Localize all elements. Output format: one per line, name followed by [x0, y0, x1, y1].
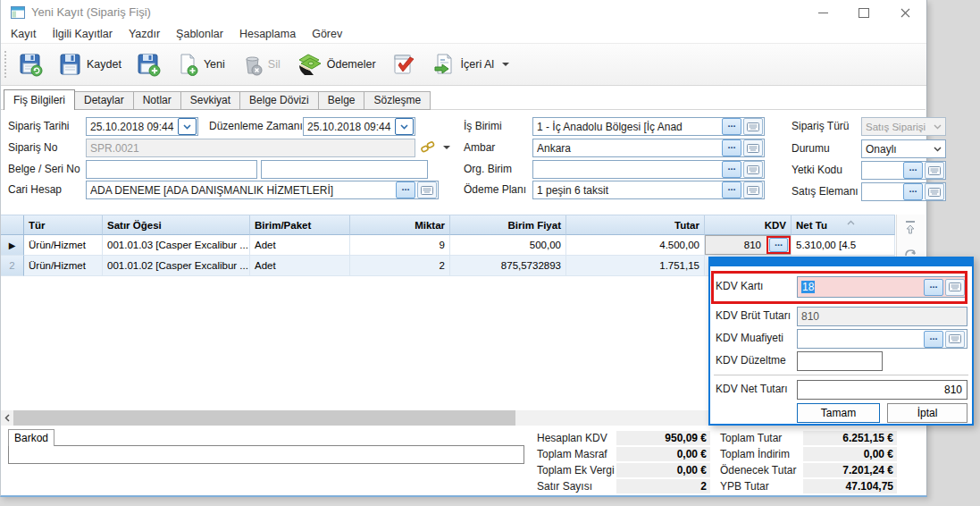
row-1-birim-fiyat[interactable]: 500,00 — [450, 235, 566, 256]
scroll-left-button[interactable] — [1, 410, 13, 426]
row-2-birim-paket[interactable]: Adet — [250, 256, 350, 276]
menu-hesaplama[interactable]: Hesaplama — [231, 28, 304, 40]
kdv-lookup-button[interactable] — [769, 238, 788, 252]
row-1-tur[interactable]: Ürün/Hizmet — [24, 235, 103, 256]
odeme-plani-keyboard-button[interactable] — [743, 181, 763, 198]
seri-no-field[interactable] — [261, 160, 428, 179]
save-button[interactable]: Kaydet — [54, 50, 125, 80]
tab-belge-dovizi[interactable]: Belge Dövizi — [240, 91, 319, 110]
menu-yazdir[interactable]: Yazdır — [121, 28, 168, 40]
siparis-no-options-caret-icon[interactable] — [443, 146, 450, 149]
satir-sayisi-label: Satır Sayısı — [537, 480, 616, 493]
siparis-tarihi-field[interactable]: 25.10.2018 09:44 — [86, 117, 198, 136]
approve-button[interactable] — [388, 50, 420, 80]
is-birimi-lookup-button[interactable] — [722, 118, 741, 135]
numbering-link-icon[interactable] — [421, 140, 435, 157]
iptal-button[interactable]: İptal — [887, 403, 967, 423]
kdv-net-tutari-field[interactable]: 810 — [797, 380, 967, 400]
kdv-karti-lookup-button[interactable] — [924, 279, 943, 296]
org-birim-keyboard-button[interactable] — [743, 161, 763, 178]
tamam-button[interactable]: Tamam — [797, 403, 880, 423]
save-label: Kaydet — [87, 58, 121, 71]
kdv-muafiyeti-keyboard-button[interactable] — [945, 331, 965, 348]
scrollbar-thumb[interactable] — [13, 410, 515, 426]
kdv-karti-field[interactable]: 18 — [797, 276, 967, 298]
app-icon — [11, 6, 25, 22]
kdv-muafiyeti-lookup-button[interactable] — [924, 331, 943, 348]
row-2-tur[interactable]: Ürün/Hizmet — [24, 256, 103, 276]
grid-header-birim-fiyat[interactable]: Birim Fiyat — [450, 215, 566, 235]
save-and-new-button[interactable] — [133, 50, 164, 80]
org-birim-field[interactable] — [532, 160, 765, 179]
tab-belge[interactable]: Belge — [319, 91, 365, 110]
tab-fis-bilgileri[interactable]: Fiş Bilgileri — [4, 89, 75, 110]
row-1-selector[interactable]: ▶ — [1, 235, 24, 256]
grid-header-tur[interactable]: Tür — [24, 215, 103, 235]
ambar-keyboard-button[interactable] — [743, 139, 763, 156]
row-2-satir-ogesi[interactable]: 001.01.02 [Casper Excalibur ... — [103, 256, 250, 276]
grid-header-birim-paket[interactable]: Birim/Paket — [250, 215, 350, 235]
payments-button[interactable]: Ödemeler — [292, 50, 380, 80]
row-1-kdv-editor[interactable]: 810 — [705, 235, 792, 256]
odeme-plani-field[interactable]: 1 peşin 6 taksit — [532, 181, 765, 199]
satis-elemani-keyboard-button[interactable] — [925, 183, 944, 200]
barkod-input[interactable] — [8, 445, 524, 464]
tab-detaylar[interactable]: Detaylar — [75, 91, 134, 110]
save-refresh-button[interactable] — [15, 50, 46, 80]
menu-sablonlar[interactable]: Şablonlar — [168, 28, 231, 40]
minimize-button[interactable] — [802, 0, 843, 26]
keyboard-icon — [747, 144, 759, 153]
import-button[interactable]: İçeri Al — [428, 50, 514, 80]
cari-hesap-keyboard-button[interactable] — [417, 181, 437, 198]
row-2-birim-fiyat[interactable]: 875,5732893 — [450, 256, 566, 276]
yetki-kodu-lookup-button[interactable] — [903, 162, 923, 179]
grid-header-tutar[interactable]: Tutar — [566, 215, 705, 235]
row-1-birim-paket[interactable]: Adet — [250, 235, 350, 256]
close-button[interactable] — [884, 0, 926, 26]
siparis-tarihi-dropdown-button[interactable] — [178, 118, 197, 135]
row-1-tutar[interactable]: 4.500,00 — [566, 235, 705, 256]
is-birimi-field[interactable]: 1 - İç Anadolu Bölgesi [İç Anad — [532, 117, 765, 136]
kdv-karti-keyboard-button[interactable] — [945, 279, 965, 296]
grid-row-1[interactable]: ▶ Ürün/Hizmet 001.01.03 [Casper Excalibu… — [1, 235, 895, 256]
row-1-net-tutar[interactable]: 5.310,00 [4.5 — [792, 235, 895, 256]
is-birimi-keyboard-button[interactable] — [743, 118, 763, 135]
durumu-dropdown[interactable]: Onaylı — [861, 139, 946, 158]
tab-notlar[interactable]: Notlar — [134, 91, 181, 110]
grid-header-kdv[interactable]: KDV — [705, 215, 792, 235]
ambar-lookup-button[interactable] — [722, 139, 741, 156]
maximize-button[interactable] — [843, 0, 884, 26]
grid-header-satir-ogesi[interactable]: Satır Öğesi — [103, 215, 250, 235]
cari-hesap-field[interactable]: ADA DENEME [ADA DANIŞMANLIK HİZMETLERİ] — [86, 181, 439, 199]
duzenleme-zamani-field[interactable]: 25.10.2018 09:44 — [303, 117, 415, 136]
duzenleme-zamani-dropdown-button[interactable] — [395, 118, 414, 135]
row-2-tutar[interactable]: 1.751,15 — [566, 256, 705, 276]
toolbar-grip[interactable] — [4, 51, 6, 80]
kdv-duzeltme-field[interactable] — [797, 351, 883, 371]
satis-elemani-field[interactable] — [861, 182, 946, 201]
row-1-miktar[interactable]: 9 — [350, 235, 450, 256]
menu-ilgili-kayitlar[interactable]: İlgili Kayıtlar — [45, 28, 121, 40]
chevron-down-icon — [400, 124, 408, 130]
yetki-kodu-keyboard-button[interactable] — [925, 162, 944, 179]
odeme-plani-lookup-button[interactable] — [722, 181, 741, 198]
cari-hesap-lookup-button[interactable] — [396, 181, 415, 198]
import-dropdown-caret-icon[interactable] — [502, 63, 509, 66]
tab-sevkiyat[interactable]: Sevkiyat — [181, 91, 240, 110]
barkod-tab[interactable]: Barkod — [8, 429, 54, 446]
ambar-field[interactable]: Ankara — [532, 139, 765, 157]
kdv-muafiyeti-field[interactable] — [797, 329, 967, 349]
yetki-kodu-field[interactable] — [861, 161, 946, 180]
belge-no-field[interactable] — [86, 160, 257, 179]
org-birim-lookup-button[interactable] — [722, 161, 741, 178]
menu-kayit[interactable]: Kayıt — [3, 28, 45, 40]
row-1-satir-ogesi[interactable]: 001.01.03 [Casper Excalibur ... — [103, 235, 250, 256]
new-button[interactable]: Yeni — [172, 50, 229, 80]
satis-elemani-lookup-button[interactable] — [903, 183, 923, 200]
grid-header-miktar[interactable]: Miktar — [350, 215, 450, 235]
menu-gorev[interactable]: Görev — [304, 28, 350, 40]
grid-header-net-tutar[interactable]: Net Tu — [792, 215, 895, 235]
row-2-miktar[interactable]: 2 — [350, 256, 450, 276]
tab-sozlesme[interactable]: Sözleşme — [364, 91, 431, 110]
row-2-selector[interactable]: 2 — [1, 256, 24, 276]
